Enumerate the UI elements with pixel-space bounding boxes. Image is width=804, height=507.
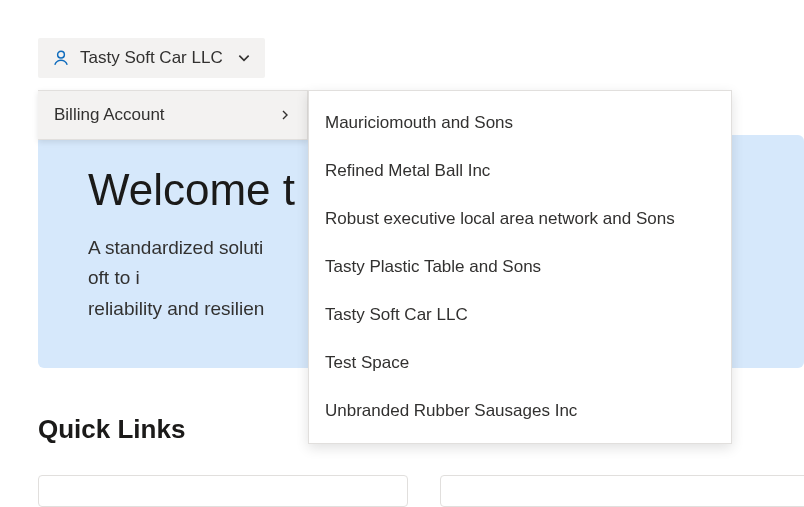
quick-link-card[interactable] xyxy=(38,475,408,507)
person-icon xyxy=(52,49,70,67)
billing-account-option[interactable]: Refined Metal Ball Inc xyxy=(309,147,731,195)
banner-line2: reliability and resilien xyxy=(88,298,264,319)
billing-account-option[interactable]: Unbranded Rubber Sausages Inc xyxy=(309,387,731,435)
billing-account-option[interactable]: Tasty Plastic Table and Sons xyxy=(309,243,731,291)
menu-item-label: Billing Account xyxy=(54,105,165,125)
svg-point-0 xyxy=(58,51,65,58)
account-menu: Billing Account xyxy=(38,90,308,140)
billing-account-option[interactable]: Mauriciomouth and Sons xyxy=(309,99,731,147)
chevron-down-icon xyxy=(237,51,251,65)
banner-title-left: Welcome t xyxy=(88,165,295,214)
banner-line1-left: A standardized soluti xyxy=(88,237,263,258)
account-selector-button[interactable]: Tasty Soft Car LLC xyxy=(38,38,265,78)
billing-account-option[interactable]: Test Space xyxy=(309,339,731,387)
billing-account-option[interactable]: Tasty Soft Car LLC xyxy=(309,291,731,339)
menu-item-billing-account[interactable]: Billing Account xyxy=(38,91,307,139)
banner-line1-right: oft to i xyxy=(88,267,140,288)
billing-account-submenu: Mauriciomouth and Sons Refined Metal Bal… xyxy=(308,90,732,444)
quick-link-card[interactable] xyxy=(440,475,804,507)
chevron-right-icon xyxy=(279,109,291,121)
quick-links-heading: Quick Links xyxy=(38,414,185,445)
billing-account-option[interactable]: Robust executive local area network and … xyxy=(309,195,731,243)
account-selector-label: Tasty Soft Car LLC xyxy=(80,48,223,68)
